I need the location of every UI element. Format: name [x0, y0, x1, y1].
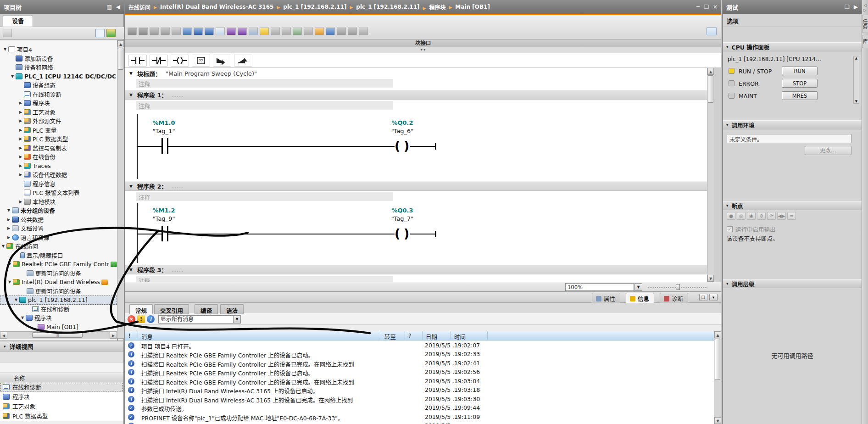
contact-tag[interactable]: "Tag_1" — [134, 128, 194, 134]
expander-icon[interactable]: ▶ — [6, 226, 12, 230]
chevron-down-icon[interactable]: ▾ — [726, 45, 729, 49]
detail-view-item[interactable]: 工艺对象 — [0, 402, 123, 411]
expander-icon[interactable]: ▼ — [0, 244, 6, 248]
network-2-header[interactable]: ▼ 程序段 2： ..... — [125, 181, 714, 191]
tree-item[interactable]: ▶ 语言和资源 — [0, 233, 117, 242]
block-comment[interactable]: 注释 — [136, 79, 393, 88]
coil-tag[interactable]: "Tag_6" — [373, 128, 432, 134]
tree-item[interactable]: ▼ 未分组的设备 — [0, 206, 117, 215]
output-coil-icon[interactable] — [171, 55, 189, 67]
tree-item[interactable]: ▶ PLC 变量 — [0, 126, 117, 135]
settings-icon[interactable] — [359, 27, 368, 35]
call-condition-box[interactable]: 未定义条件。 — [727, 134, 851, 143]
message-row[interactable]: i 扫描接口 Intel(R) Dual Band Wireless-AC 31… — [125, 386, 714, 395]
tree-item[interactable]: 在线和诊断 — [0, 305, 117, 314]
tree-item[interactable]: ▶ 本地模块 — [0, 197, 117, 206]
chevron-down-icon[interactable]: ▾ — [4, 344, 6, 349]
change-button[interactable]: 更改… — [805, 146, 851, 155]
collapse-inspector-icon[interactable]: ▾ — [709, 294, 718, 301]
expander-icon[interactable]: ▶ — [17, 200, 24, 204]
message-row[interactable]: i 扫描接口 Realtek PCIe GBE Family Controlle… — [125, 368, 714, 377]
col-date[interactable]: 日期 — [426, 332, 437, 341]
tab-properties[interactable]: 属性 — [592, 293, 620, 303]
set-breakpoint-icon[interactable]: ● — [727, 212, 735, 220]
insert-network-icon[interactable] — [150, 27, 159, 35]
tree-item[interactable]: ▶ 公共数据 — [0, 215, 117, 224]
message-row[interactable]: i 扫描接口 Realtek PCIe GBE Family Controlle… — [125, 350, 714, 359]
expander-icon[interactable]: ▼ — [6, 208, 12, 212]
normally-closed-contact-icon[interactable] — [150, 55, 168, 67]
tree-item[interactable]: PLC 报警文本列表 — [0, 188, 117, 197]
dropdown-arrow-icon[interactable]: ▼ — [233, 316, 240, 323]
network-2-title-placeholder[interactable]: ..... — [172, 183, 184, 190]
tab-diagnostics[interactable]: 诊断 — [660, 293, 688, 303]
tree-item[interactable]: Main [OB1] — [0, 323, 117, 332]
network-2-rung[interactable]: %M1.2 "Tag_9" %Q0.3 "Tag_7" ( ) — [125, 201, 714, 265]
collapse-left-icon[interactable]: ◀ — [116, 4, 120, 10]
go-to-next-icon[interactable] — [282, 27, 291, 35]
tree-item[interactable]: ▼ PLC_1 [CPU 1214C DC/DC/DC — [0, 72, 117, 81]
table-view-icon[interactable] — [95, 29, 105, 37]
zoom-level-select[interactable]: 100% — [565, 283, 634, 291]
tab-cross-references[interactable]: 交叉引用 — [154, 304, 189, 314]
expander-icon[interactable]: ▶ — [17, 110, 24, 114]
tag-info-icon[interactable] — [249, 27, 258, 35]
resume-icon[interactable]: ≡ — [787, 212, 796, 220]
breadcrumb-item[interactable]: Main [OB1] — [445, 4, 490, 10]
tree-item[interactable]: ▶ 文档设置 — [0, 224, 117, 233]
tree-item[interactable]: ▼ Intel(R) Dual Band Wireless — [0, 278, 117, 287]
ladder-vertical-scrollbar[interactable]: ▲ ▼ — [707, 68, 714, 282]
expander-icon[interactable]: ▶ — [6, 218, 12, 222]
message-row[interactable]: i 扫描接口 Intel(R) Dual Band Wireless-AC 31… — [125, 395, 714, 404]
delete-row-icon[interactable] — [139, 27, 148, 35]
maximize-editor-icon[interactable] — [707, 27, 717, 35]
contact-tag[interactable]: "Tag_9" — [134, 215, 194, 222]
expander-icon[interactable]: ▶ — [17, 146, 24, 150]
breadcrumb-item[interactable]: plc_1 [192.168.2.11] — [273, 4, 346, 10]
coil-tag[interactable]: "Tag_7" — [373, 215, 432, 222]
vertical-tab[interactable]: 库 — [862, 35, 868, 48]
tree-item[interactable]: ▶ 工艺对象 — [0, 108, 117, 117]
tree-item[interactable]: ▼ Realtek PCIe GBE Family Contr. — [0, 260, 117, 269]
cpu-panel-scrollbar[interactable]: ▲ ▼ — [853, 56, 859, 104]
expander-icon[interactable]: ▶ — [6, 235, 12, 240]
toggle-comments-icon[interactable] — [216, 27, 225, 35]
tree-item[interactable]: 更新可访问的设备 — [0, 269, 117, 278]
tree-item[interactable]: ▶ 监控与强制表 — [0, 144, 117, 153]
collapse-all-networks-icon[interactable] — [205, 27, 214, 35]
col-goto[interactable]: 转至 — [384, 332, 396, 341]
insert-row-icon[interactable] — [128, 27, 137, 35]
col-message[interactable]: 消息 — [141, 332, 153, 341]
float-panel-icon[interactable]: ❏ — [845, 4, 850, 10]
tree-item[interactable]: ▶ PLC 数据类型 — [0, 134, 117, 144]
tree-item[interactable]: 更新可访问的设备 — [0, 287, 117, 296]
coil-icon[interactable]: ) — [404, 139, 409, 152]
scroll-down-icon[interactable]: ▼ — [707, 275, 714, 282]
reset-pin-icon[interactable] — [172, 27, 181, 35]
tree-item[interactable]: 设备和网络 — [0, 63, 117, 72]
network-1-comment[interactable]: 注释 — [136, 101, 393, 110]
tree-item[interactable]: ▶ 外部源文件 — [0, 117, 117, 126]
tree-item[interactable]: ▼ 在线访问 — [0, 242, 117, 251]
enable-outputs-checkbox[interactable]: ✓ — [727, 226, 733, 232]
contact-icon[interactable] — [161, 226, 163, 241]
contact-address[interactable]: %M1.2 — [134, 207, 194, 214]
detail-view-name-header[interactable]: 名称 — [0, 373, 123, 382]
normally-open-contact-icon[interactable] — [128, 55, 147, 67]
panes-icon[interactable]: ▥ — [106, 4, 111, 10]
scroll-down-icon[interactable]: ▼ — [714, 417, 721, 424]
vertical-tab[interactable]: 任务 — [862, 15, 868, 33]
close-branch-icon[interactable] — [234, 55, 252, 67]
tree-item[interactable]: ▶ Traces — [0, 162, 117, 171]
expand-all-networks-icon[interactable] — [194, 27, 203, 35]
compare-icon[interactable] — [326, 27, 335, 35]
col-question[interactable]: ? — [408, 332, 412, 339]
coil-icon[interactable]: ( — [395, 139, 400, 152]
open-branch-icon[interactable] — [213, 55, 231, 67]
scroll-up-icon[interactable]: ▲ — [714, 331, 721, 338]
message-row[interactable]: ✓ PROFINET 设备名称"plc_1"已成功分配给 MAC 地址"E0-D… — [125, 413, 714, 422]
call-hierarchy-header[interactable]: ▾ 调用层级 — [723, 279, 862, 288]
expander-icon[interactable]: ▶ — [17, 173, 24, 177]
expander-icon[interactable]: ▶ — [17, 155, 24, 159]
tree-item[interactable]: ▶ 在线备份 — [0, 152, 117, 162]
